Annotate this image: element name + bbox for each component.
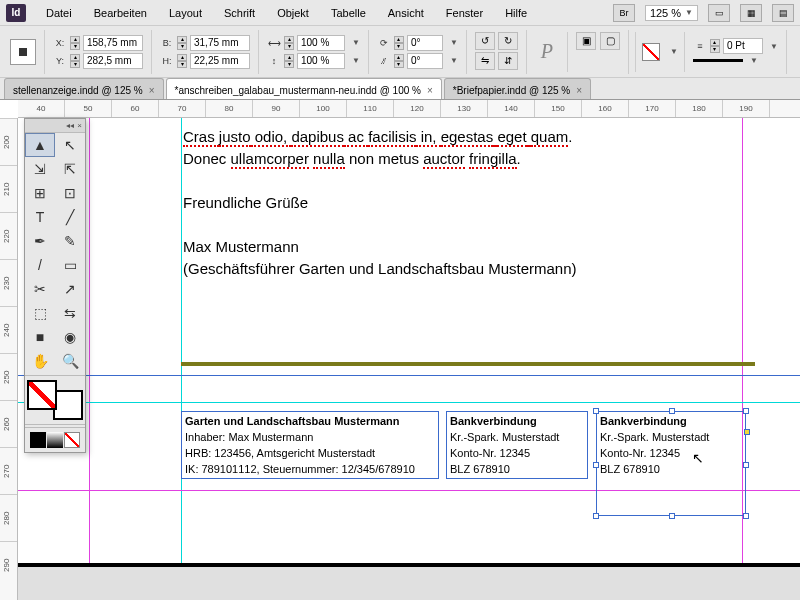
rotate-ccw-button[interactable]: ↺	[475, 32, 495, 50]
stroke-color[interactable]	[53, 390, 83, 420]
scissors-tool[interactable]: ✂	[25, 277, 55, 301]
content-placer-tool[interactable]: ⊡	[55, 181, 85, 205]
canvas[interactable]: Cras justo odio, dapibus ac facilisis in…	[18, 118, 800, 600]
shear-spinner[interactable]: ▴▾	[394, 54, 404, 68]
selection-handle[interactable]	[593, 513, 599, 519]
w-spinner[interactable]: ▴▾	[177, 36, 187, 50]
w-label: B:	[160, 36, 174, 50]
selection-tool[interactable]: ▲	[25, 133, 55, 157]
shear-field[interactable]: 0°	[407, 53, 443, 69]
sender-title: (Geschäftsführer Garten und Landschaftsb…	[183, 258, 663, 280]
fill-color[interactable]	[27, 380, 57, 410]
bridge-button[interactable]: Br	[613, 4, 635, 22]
body-text-frame[interactable]: Cras justo odio, dapibus ac facilisis in…	[183, 126, 663, 280]
page-tool[interactable]: ⇲	[25, 157, 55, 181]
vertical-ruler[interactable]: 200210220230240250260270280290	[0, 118, 18, 600]
selection-handle[interactable]	[669, 408, 675, 414]
hand-tool[interactable]: ✋	[25, 349, 55, 373]
toolbox-panel[interactable]: ◂◂× ▲ ↖ ⇲ ⇱ ⊞ ⊡ T ╱ ✒ ✎ / ▭ ✂ ↗ ⬚ ⇆ ■ ◉ …	[24, 118, 86, 453]
rotation-field[interactable]: 0°	[407, 35, 443, 51]
sy-spinner[interactable]: ▴▾	[284, 54, 294, 68]
guide-horizontal-2[interactable]	[18, 402, 800, 403]
stroke-style[interactable]	[693, 59, 743, 62]
fill-swatch[interactable]	[642, 43, 660, 61]
eyedropper-tool[interactable]: ◉	[55, 325, 85, 349]
selection-handle[interactable]	[669, 513, 675, 519]
guide-vertical[interactable]	[181, 118, 182, 600]
type-tool[interactable]: T	[25, 205, 55, 229]
gradient-swatch-tool[interactable]: ⬚	[25, 301, 55, 325]
menu-table[interactable]: Tabelle	[321, 5, 376, 21]
content-collector-tool[interactable]: ⊞	[25, 181, 55, 205]
gradient-feather-tool[interactable]: ⇆	[55, 301, 85, 325]
flip-v-button[interactable]: ⇵	[498, 52, 518, 70]
rectangle-tool[interactable]: ▭	[55, 253, 85, 277]
free-transform-tool[interactable]: ↗	[55, 277, 85, 301]
line-tool[interactable]: ╱	[55, 205, 85, 229]
horizontal-ruler[interactable]: 4050607080901001101201301401501601701801…	[18, 100, 800, 118]
close-icon[interactable]: ×	[77, 121, 82, 130]
flip-h-button[interactable]: ⇋	[475, 52, 495, 70]
guide-horizontal[interactable]	[18, 375, 800, 376]
menu-help[interactable]: Hilfe	[495, 5, 537, 21]
menu-window[interactable]: Fenster	[436, 5, 493, 21]
doc-tab-1[interactable]: stellenanzeige.indd @ 125 %×	[4, 78, 164, 99]
collapse-icon[interactable]: ◂◂	[66, 121, 74, 130]
selection-handle[interactable]	[593, 408, 599, 414]
sender-name: Max Mustermann	[183, 236, 663, 258]
doc-tab-2[interactable]: *anschreiben_galabau_mustermann-neu.indd…	[166, 78, 442, 99]
selection-handle[interactable]	[743, 462, 749, 468]
footer-frame-2[interactable]: Bankverbindung Kr.-Spark. Musterstadt Ko…	[446, 411, 588, 479]
rot-spinner[interactable]: ▴▾	[394, 36, 404, 50]
gap-tool[interactable]: ⇱	[55, 157, 85, 181]
apply-color-button[interactable]	[30, 432, 46, 448]
sx-spinner[interactable]: ▴▾	[284, 36, 294, 50]
scale-x-field[interactable]: 100 %	[297, 35, 345, 51]
menu-view[interactable]: Ansicht	[378, 5, 434, 21]
screen-mode-button[interactable]: ▦	[740, 4, 762, 22]
menu-file[interactable]: Datei	[36, 5, 82, 21]
apply-none-button[interactable]	[64, 432, 80, 448]
rectangle-frame-tool[interactable]: /	[25, 253, 55, 277]
fill-stroke-swatch[interactable]	[27, 380, 83, 420]
view-mode-button[interactable]: ▭	[708, 4, 730, 22]
scale-y-field[interactable]: 100 %	[297, 53, 345, 69]
y-field[interactable]: 282,5 mm	[83, 53, 143, 69]
doc-tab-3[interactable]: *Briefpapier.indd @ 125 %×	[444, 78, 591, 99]
x-field[interactable]: 158,75 mm	[83, 35, 143, 51]
close-icon[interactable]: ×	[576, 85, 582, 96]
pencil-tool[interactable]: ✎	[55, 229, 85, 253]
menu-layout[interactable]: Layout	[159, 5, 212, 21]
menu-type[interactable]: Schrift	[214, 5, 265, 21]
footer-frame-1[interactable]: Garten und Landschaftsbau Mustermann Inh…	[181, 411, 439, 479]
select-container-button[interactable]: ▢	[600, 32, 620, 50]
pen-tool[interactable]: ✒	[25, 229, 55, 253]
selection-handle[interactable]	[593, 462, 599, 468]
stroke-spinner[interactable]: ▴▾	[710, 39, 720, 53]
select-content-button[interactable]: ▣	[576, 32, 596, 50]
panel-header[interactable]: ◂◂×	[25, 119, 85, 133]
note-tool[interactable]: ■	[25, 325, 55, 349]
direct-selection-tool[interactable]: ↖	[55, 133, 85, 157]
x-spinner[interactable]: ▴▾	[70, 36, 80, 50]
divider-line[interactable]	[181, 362, 755, 366]
footer-frame-3-selected[interactable]: Bankverbindung Kr.-Spark. Musterstadt Ko…	[596, 411, 746, 516]
out-port-handle[interactable]	[744, 429, 750, 435]
w-field[interactable]: 31,75 mm	[190, 35, 250, 51]
h-spinner[interactable]: ▴▾	[177, 54, 187, 68]
arrange-button[interactable]: ▤	[772, 4, 794, 22]
rotate-cw-button[interactable]: ↻	[498, 32, 518, 50]
menu-object[interactable]: Objekt	[267, 5, 319, 21]
close-icon[interactable]: ×	[149, 85, 155, 96]
zoom-select[interactable]: 125 %▼	[645, 5, 698, 21]
apply-gradient-button[interactable]	[47, 432, 63, 448]
y-spinner[interactable]: ▴▾	[70, 54, 80, 68]
reference-point-grid[interactable]	[10, 39, 36, 65]
h-field[interactable]: 22,25 mm	[190, 53, 250, 69]
menu-edit[interactable]: Bearbeiten	[84, 5, 157, 21]
selection-handle[interactable]	[743, 513, 749, 519]
close-icon[interactable]: ×	[427, 85, 433, 96]
zoom-tool[interactable]: 🔍	[55, 349, 85, 373]
selection-handle[interactable]	[743, 408, 749, 414]
stroke-weight-field[interactable]: 0 Pt	[723, 38, 763, 54]
